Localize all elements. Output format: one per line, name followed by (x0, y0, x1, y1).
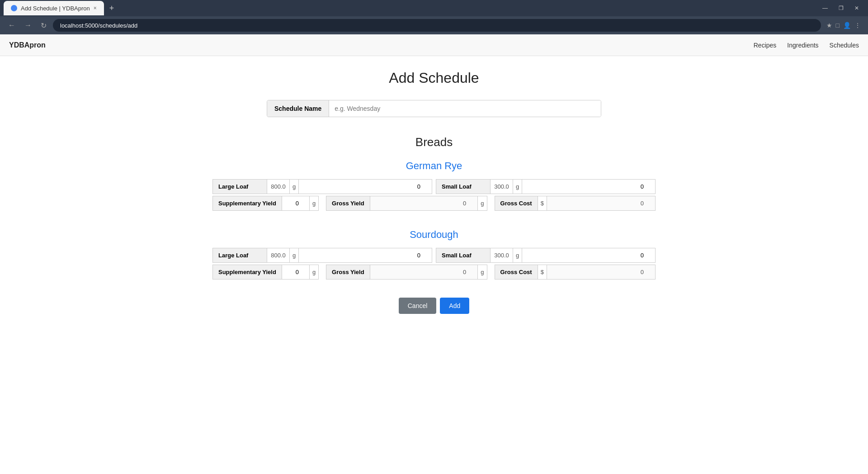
back-button[interactable]: ← (5, 20, 18, 30)
tab-close-icon[interactable]: × (94, 5, 97, 11)
forward-button[interactable]: → (22, 20, 34, 30)
gross-cost-input-1 (547, 265, 655, 279)
small-loaf-group-0: Small Loaf 300.0 g (436, 179, 656, 194)
add-button[interactable]: Add (440, 298, 469, 314)
large-loaf-label-0: Large Loaf (213, 180, 267, 194)
large-loaf-unit-1: g (290, 248, 299, 262)
small-loaf-value-0: 300.0 (491, 180, 513, 194)
small-loaf-group-1: Small Loaf 300.0 g (436, 248, 656, 263)
gross-cost-label-1: Gross Cost (495, 265, 538, 279)
nav-ingredients[interactable]: Ingredients (787, 42, 818, 49)
cancel-button[interactable]: Cancel (399, 298, 437, 314)
gross-cost-currency-0: $ (538, 196, 547, 210)
gross-yield-label-0: Gross Yield (326, 196, 370, 210)
gross-cost-label-0: Gross Cost (495, 196, 538, 210)
large-loaf-qty-input-0[interactable] (299, 180, 432, 194)
large-loaf-group-0: Large Loaf 800.0 g (212, 179, 432, 194)
close-button[interactable]: ✕ (849, 0, 864, 16)
small-loaf-value-1: 300.0 (491, 248, 513, 262)
nav-schedules[interactable]: Schedules (830, 42, 859, 49)
button-row: Cancel Add (18, 298, 850, 314)
large-loaf-label-1: Large Loaf (213, 248, 267, 262)
gross-yield-unit-0: g (477, 196, 486, 210)
supp-yield-unit-0: g (309, 196, 318, 210)
bread-section-0: German Rye Large Loaf 800.0 g Small Loaf… (212, 160, 656, 211)
restore-button[interactable]: ❐ (833, 0, 849, 16)
small-loaf-unit-1: g (513, 248, 522, 262)
schedule-name-input[interactable] (329, 100, 601, 117)
tab-title: Add Schedule | YDBApron (21, 5, 90, 12)
small-loaf-label-1: Small Loaf (436, 248, 491, 262)
menu-icon[interactable]: ⋮ (854, 22, 861, 29)
address-bar[interactable] (53, 19, 821, 32)
page-title: Add Schedule (18, 70, 850, 86)
gross-yield-input-0 (370, 196, 478, 210)
gross-yield-input-1 (370, 265, 478, 279)
gross-yield-group-0: Gross Yield g (326, 196, 487, 211)
small-loaf-qty-input-0[interactable] (522, 180, 655, 194)
large-loaf-unit-0: g (290, 180, 299, 194)
gross-cost-group-0: Gross Cost $ (495, 196, 656, 211)
profile-icon[interactable]: 👤 (843, 22, 851, 29)
bread-title-1: Sourdough (212, 229, 656, 241)
large-loaf-value-1: 800.0 (267, 248, 290, 262)
breads-container: German Rye Large Loaf 800.0 g Small Loaf… (18, 160, 850, 280)
supp-yield-unit-1: g (309, 265, 318, 279)
schedule-name-label: Schedule Name (267, 100, 329, 117)
main-content: Add Schedule Schedule Name Breads German… (0, 56, 868, 474)
bread-row2-1: Supplementary Yield g Gross Yield g Gros… (212, 265, 656, 280)
supp-yield-group-0: Supplementary Yield g (212, 196, 319, 211)
section-title: Breads (18, 135, 850, 149)
small-loaf-qty-input-1[interactable] (522, 248, 655, 262)
extensions-icon[interactable]: □ (836, 22, 840, 29)
reload-button[interactable]: ↻ (38, 20, 49, 31)
large-loaf-qty-input-1[interactable] (299, 248, 432, 262)
new-tab-button[interactable]: + (106, 4, 118, 13)
nav-recipes[interactable]: Recipes (754, 42, 777, 49)
minimize-button[interactable]: — (817, 0, 833, 16)
supp-yield-label-1: Supplementary Yield (213, 265, 282, 279)
large-loaf-value-0: 800.0 (267, 180, 290, 194)
bread-row1-0: Large Loaf 800.0 g Small Loaf 300.0 g (212, 179, 656, 194)
bread-row2-0: Supplementary Yield g Gross Yield g Gros… (212, 196, 656, 211)
nav-links: Recipes Ingredients Schedules (754, 42, 859, 49)
small-loaf-label-0: Small Loaf (436, 180, 491, 194)
browser-tab[interactable]: Add Schedule | YDBApron × (4, 1, 104, 15)
bookmark-icon[interactable]: ★ (826, 22, 832, 29)
app-brand[interactable]: YDBApron (9, 41, 46, 49)
gross-yield-label-1: Gross Yield (326, 265, 370, 279)
large-loaf-group-1: Large Loaf 800.0 g (212, 248, 432, 263)
gross-yield-unit-1: g (477, 265, 486, 279)
bread-title-0: German Rye (212, 160, 656, 172)
gross-cost-currency-1: $ (538, 265, 547, 279)
gross-yield-group-1: Gross Yield g (326, 265, 487, 280)
gross-cost-input-0 (547, 196, 655, 210)
app-navbar: YDBApron Recipes Ingredients Schedules (0, 34, 868, 56)
bread-section-1: Sourdough Large Loaf 800.0 g Small Loaf … (212, 229, 656, 280)
supp-yield-input-1[interactable] (282, 265, 309, 279)
schedule-name-row: Schedule Name (267, 100, 601, 117)
gross-cost-group-1: Gross Cost $ (495, 265, 656, 280)
small-loaf-unit-0: g (513, 180, 522, 194)
supp-yield-label-0: Supplementary Yield (213, 196, 282, 210)
bread-row1-1: Large Loaf 800.0 g Small Loaf 300.0 g (212, 248, 656, 263)
supp-yield-group-1: Supplementary Yield g (212, 265, 319, 280)
tab-favicon (11, 5, 17, 11)
supp-yield-input-0[interactable] (282, 196, 309, 210)
